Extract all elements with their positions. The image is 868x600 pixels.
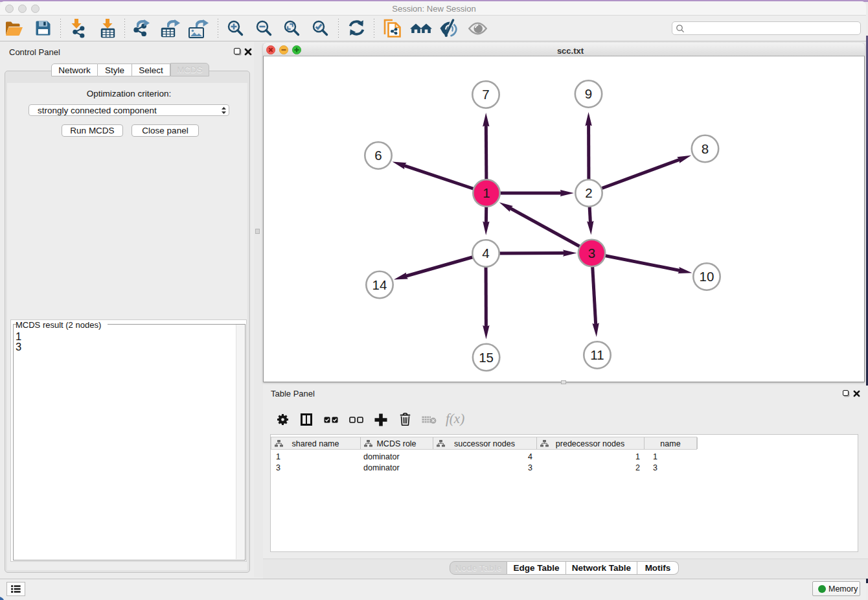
svg-text:14: 14: [372, 277, 387, 292]
svg-text:9: 9: [585, 86, 592, 101]
svg-text:6: 6: [374, 148, 382, 163]
svg-text:7: 7: [482, 87, 489, 102]
svg-text:11: 11: [590, 347, 604, 362]
svg-text:3: 3: [588, 246, 595, 260]
svg-text:1: 1: [483, 185, 490, 200]
svg-text:10: 10: [700, 269, 714, 284]
svg-text:15: 15: [479, 350, 494, 365]
svg-text:2: 2: [585, 185, 592, 200]
svg-text:4: 4: [482, 246, 489, 260]
svg-text:8: 8: [702, 141, 709, 156]
